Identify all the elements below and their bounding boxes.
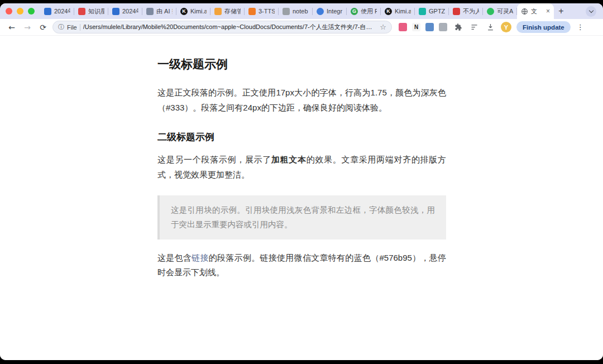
tab-favicon-icon (419, 8, 426, 15)
browser-tab[interactable]: 不为人 (449, 3, 483, 19)
tab-label: 存储管 (224, 7, 241, 16)
inline-link[interactable]: 链接 (192, 253, 209, 262)
browser-tab[interactable]: G 使用 P (347, 3, 381, 19)
browser-tab[interactable]: 知识星 (74, 3, 108, 19)
url-scheme-chip: File (67, 24, 77, 31)
tab-close-icon[interactable]: × (546, 7, 550, 15)
tab-favicon-icon (248, 8, 256, 15)
extensions-row: N Y Finish update ⋮ (399, 21, 584, 33)
tab-label: 不为人 (463, 7, 479, 16)
reading-list-icon[interactable] (468, 22, 480, 33)
browser-tab[interactable]: GPTZ (415, 3, 449, 19)
tab-favicon-icon: G (351, 8, 358, 15)
tab-label: 使用 P (361, 7, 377, 16)
url-text[interactable]: /Users/mulele/Library/Mobile%20Documents… (83, 23, 377, 31)
chip-divider (80, 24, 80, 31)
tab-favicon-icon (283, 8, 290, 15)
reload-button[interactable]: ⟳ (37, 23, 49, 32)
tab-favicon-icon (214, 8, 222, 15)
forward-button[interactable]: → (21, 23, 34, 32)
tab-label: Kimi.a (190, 8, 207, 15)
article-paragraph: 这是正文段落的示例。正文使用17px大小的字体，行高为1.75，颜色为深灰色（#… (157, 85, 446, 115)
extensions-puzzle-icon[interactable] (452, 22, 463, 33)
browser-tab[interactable]: K Kimi.a (381, 3, 415, 19)
minimize-window-button[interactable] (17, 8, 23, 15)
browser-menu-icon[interactable]: ⋮ (577, 23, 584, 31)
article-paragraph: 这是包含链接的段落示例。链接使用微信文章特有的蓝色（#576b95），悬停时会显… (157, 251, 446, 280)
paragraph-text: 这是另一个段落示例，展示了 (157, 155, 271, 164)
tab-label: Integr (327, 8, 343, 15)
info-icon[interactable]: ⓘ (58, 23, 64, 31)
tab-label: 由 AI 整 (156, 7, 173, 16)
extension-icon-notion[interactable]: N (412, 23, 420, 31)
extension-icon[interactable] (425, 23, 434, 31)
tab-favicon-icon (487, 8, 494, 15)
tab-favicon-icon (44, 8, 51, 15)
tab-search-button[interactable] (586, 6, 596, 17)
extension-icon[interactable] (439, 23, 447, 31)
browser-tab[interactable]: 可灵A (483, 3, 517, 19)
browser-tab[interactable]: K Kimi.a (176, 3, 210, 19)
new-tab-button[interactable]: + (554, 6, 568, 16)
article-h1: 一级标题示例 (157, 54, 446, 74)
browser-toolbar: ← → ⟳ ⓘ File /Users/mulele/Library/Mobil… (0, 19, 603, 36)
tab-favicon-icon (78, 8, 85, 15)
tab-label: 可灵A (497, 7, 513, 16)
downloads-icon[interactable] (485, 22, 496, 33)
extension-icon[interactable] (399, 23, 407, 31)
close-window-button[interactable] (6, 8, 12, 15)
browser-tab[interactable]: Integr (313, 3, 347, 19)
tab-label: 3-TTS (259, 8, 275, 15)
blockquote: 这是引用块的示例。引用块使用浅灰色背景和左边框，字体颜色较浅，用于突出显示重要内… (157, 195, 446, 239)
chevron-down-icon (588, 8, 593, 12)
tab-list: 2024年 知识星 2024年 由 AI 整 K Kimi.a 存储管 (40, 3, 603, 19)
bookmark-star-icon[interactable]: ☆ (380, 23, 386, 31)
tab-label: Kimi.a (395, 8, 411, 15)
profile-avatar[interactable]: Y (501, 22, 511, 32)
address-bar[interactable]: ⓘ File /Users/mulele/Library/Mobile%20Do… (52, 21, 392, 33)
tab-label: 2024年 (54, 7, 70, 16)
tab-label: 知识星 (88, 7, 104, 16)
page-viewport: 一级标题示例 这是正文段落的示例。正文使用17px大小的字体，行高为1.75，颜… (0, 36, 603, 360)
browser-tab[interactable]: 由 AI 整 (142, 3, 176, 19)
tab-favicon-icon (317, 8, 324, 15)
tab-label: 文 (531, 7, 543, 16)
article-h2: 二级标题示例 (157, 129, 446, 146)
tab-favicon-icon: K (180, 8, 188, 15)
macos-window-controls (6, 8, 35, 15)
browser-tab[interactable]: noteb (279, 3, 313, 19)
browser-tab[interactable]: 2024年 (108, 3, 142, 19)
browser-tab[interactable]: 3-TTS (245, 3, 279, 19)
bold-text: 加粗文本 (271, 155, 307, 164)
article: 一级标题示例 这是正文段落的示例。正文使用17px大小的字体，行高为1.75，颜… (157, 54, 446, 280)
article-paragraph: 这是另一个段落示例，展示了加粗文本的效果。文章采用两端对齐的排版方式，视觉效果更… (157, 152, 446, 182)
browser-tab[interactable]: 2024年 (40, 3, 74, 19)
tab-favicon-icon (453, 8, 460, 15)
browser-tab[interactable]: 存储管 (210, 3, 245, 19)
tab-favicon-icon: K (385, 8, 392, 15)
tab-favicon-icon (112, 8, 119, 15)
back-button[interactable]: ← (6, 23, 18, 32)
tab-label: GPTZ (429, 8, 445, 15)
tab-strip: 2024年 知识星 2024年 由 AI 整 K Kimi.a 存储管 (0, 3, 603, 19)
browser-window: 2024年 知识星 2024年 由 AI 整 K Kimi.a 存储管 (0, 3, 603, 360)
finish-update-button[interactable]: Finish update (516, 21, 571, 33)
globe-icon (521, 8, 528, 15)
zoom-window-button[interactable] (28, 8, 35, 15)
browser-tab-active[interactable]: 文 × (517, 3, 554, 19)
tab-label: 2024年 (122, 7, 138, 16)
tab-favicon-icon (146, 8, 154, 15)
paragraph-text: 这是包含 (157, 253, 192, 262)
tab-label: noteb (293, 8, 309, 15)
